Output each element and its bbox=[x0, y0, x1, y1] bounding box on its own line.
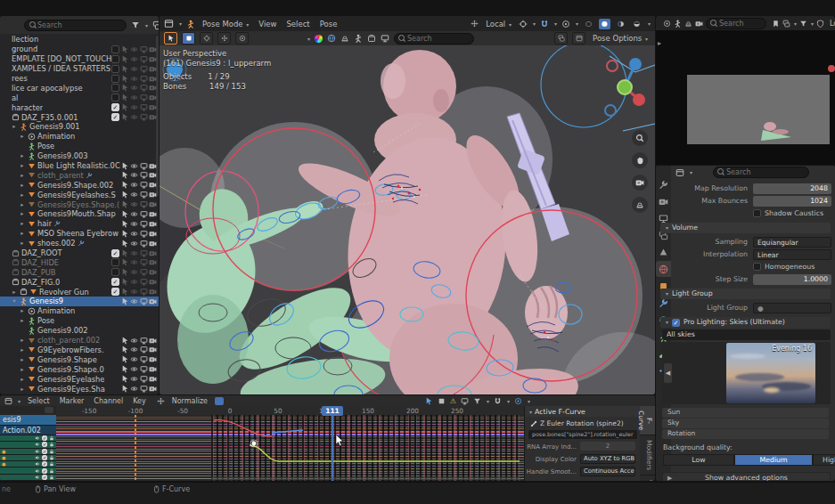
monitor-icon[interactable] bbox=[140, 171, 148, 179]
disclosure-icon[interactable]: ▸ bbox=[11, 123, 18, 130]
monitor-icon[interactable] bbox=[140, 84, 148, 92]
monitor-icon[interactable] bbox=[140, 355, 148, 363]
lock-icon[interactable] bbox=[49, 442, 54, 447]
disclosure-icon[interactable]: ▸ bbox=[19, 210, 26, 217]
collection-checkbox[interactable] bbox=[111, 93, 119, 102]
quality-low-button[interactable]: Low bbox=[663, 454, 734, 466]
eye-icon[interactable] bbox=[130, 385, 138, 393]
camera-icon[interactable] bbox=[149, 365, 157, 373]
monitor-icon[interactable] bbox=[140, 65, 148, 73]
mode-dropdown[interactable]: Pose Mode ▾ bbox=[200, 20, 251, 28]
disclosure-icon[interactable]: ▸ bbox=[19, 220, 26, 227]
tool-select-box-button[interactable] bbox=[164, 32, 177, 45]
camera-icon[interactable] bbox=[149, 288, 157, 296]
pointer-icon[interactable] bbox=[121, 55, 129, 63]
eye-icon[interactable] bbox=[130, 103, 138, 111]
properties-tab-cone[interactable] bbox=[656, 244, 671, 260]
camera-icon[interactable] bbox=[149, 337, 157, 345]
eye-icon[interactable] bbox=[130, 84, 138, 92]
volume-section-header[interactable]: ▾Volume bbox=[660, 223, 831, 233]
monitor-icon[interactable] bbox=[140, 297, 148, 305]
pointer-icon[interactable] bbox=[121, 365, 129, 373]
monitor-icon[interactable] bbox=[140, 288, 148, 296]
eye-icon[interactable] bbox=[130, 249, 138, 257]
disclosure-icon[interactable]: ▸ bbox=[19, 376, 26, 383]
pointer-icon[interactable] bbox=[121, 65, 129, 73]
collection-checkbox[interactable]: ✓ bbox=[111, 113, 119, 121]
pointer-icon[interactable] bbox=[121, 220, 129, 228]
pointer-icon[interactable] bbox=[121, 103, 129, 111]
camera-icon[interactable] bbox=[149, 278, 157, 286]
display-color-dropdown[interactable]: Auto XYZ to RGB▾ bbox=[580, 454, 635, 464]
filter-caret-icon[interactable]: ▾ bbox=[811, 20, 814, 27]
monitor-icon[interactable] bbox=[140, 75, 148, 83]
outliner-row-g9eyebrowfibers[interactable]: ▸G9EyebrowFibers. bbox=[0, 345, 159, 355]
speaker-icon[interactable] bbox=[35, 475, 40, 480]
pointer-icon[interactable] bbox=[121, 171, 129, 179]
overlays-toggle-button[interactable] bbox=[572, 32, 585, 45]
snap-caret-icon[interactable]: ▾ bbox=[507, 398, 510, 404]
disclosure-icon[interactable]: ▸ bbox=[19, 152, 26, 159]
properties-tab-wrench[interactable] bbox=[656, 176, 671, 192]
proportional-caret-icon[interactable]: ▾ bbox=[528, 398, 530, 404]
camera-icon[interactable] bbox=[149, 268, 157, 276]
camera-view-button[interactable] bbox=[632, 175, 648, 191]
shadow-caustics-checkbox[interactable] bbox=[753, 209, 761, 217]
camera-icon[interactable] bbox=[149, 385, 157, 393]
outliner-row-genesis9-001[interactable]: ▸Genesis9.001 bbox=[0, 122, 159, 132]
channel-fcurve-row[interactable]: ✓ bbox=[0, 435, 56, 442]
disclosure-icon[interactable]: ▸ bbox=[19, 346, 26, 354]
channel-enable-checkbox[interactable]: ✓ bbox=[42, 449, 47, 454]
outliner-row-shoes-002[interactable]: ▸shoes.002 bbox=[0, 239, 159, 248]
tab-view[interactable]: Vi bbox=[640, 476, 655, 481]
ruler-options-icon[interactable] bbox=[45, 407, 53, 413]
lock-icon[interactable] bbox=[49, 461, 54, 467]
eye-icon[interactable] bbox=[130, 278, 138, 286]
editor-type-icon[interactable] bbox=[4, 397, 12, 405]
outliner-row-lice-car-apocalypse[interactable]: lice car apocalypse bbox=[0, 83, 159, 93]
outliner-row-animation[interactable]: ▸Animation bbox=[0, 132, 159, 142]
collection-checkbox[interactable] bbox=[111, 65, 119, 73]
snap-icon[interactable] bbox=[494, 397, 502, 405]
pointer-icon[interactable] bbox=[121, 84, 129, 92]
outliner-row-genesis9-shape-0[interactable]: ▸Genesis9.Shape.0 bbox=[0, 364, 159, 374]
sky-subpanel[interactable]: Sky bbox=[662, 419, 829, 428]
overlay-globe-icon[interactable] bbox=[327, 34, 336, 43]
overlay-monitor-icon[interactable] bbox=[381, 34, 389, 43]
homogeneous-checkbox[interactable] bbox=[753, 263, 761, 271]
collection-checkbox[interactable] bbox=[111, 55, 119, 63]
eye-icon[interactable] bbox=[130, 355, 138, 363]
interpolation-dropdown[interactable]: Linear bbox=[753, 249, 831, 260]
cursor-tool-icon[interactable] bbox=[425, 397, 433, 405]
pointer-icon[interactable] bbox=[121, 240, 129, 248]
channel-enable-checkbox[interactable]: ✓ bbox=[42, 442, 47, 447]
outliner-row-genesis9eyes-sha[interactable]: ▸Genesis9Eyes.Sha bbox=[0, 384, 159, 394]
handle-smoothing-dropdown[interactable]: Continuous Accele...▾ bbox=[580, 467, 635, 476]
tool-tweak-button[interactable] bbox=[182, 32, 195, 45]
shading-icon[interactable] bbox=[663, 20, 671, 28]
eye-icon[interactable] bbox=[130, 345, 138, 354]
camera-icon[interactable] bbox=[149, 200, 157, 208]
channel-fcurve-row[interactable]: ✓ bbox=[0, 442, 56, 448]
monitor-icon[interactable] bbox=[140, 45, 148, 53]
pan-view-button[interactable] bbox=[632, 152, 648, 168]
xray-toggle-button[interactable] bbox=[554, 32, 568, 45]
outliner-row-daz-root[interactable]: DAZ_ROOT✓ bbox=[0, 248, 159, 258]
sampling-dropdown[interactable]: Equiangular bbox=[753, 237, 831, 248]
tool-cursor-button[interactable] bbox=[200, 32, 213, 45]
editor-type-icon[interactable] bbox=[675, 168, 684, 177]
outliner-row-hair[interactable]: ▸hair bbox=[0, 219, 159, 229]
outliner-row-daz-fig-0[interactable]: DAZ_FIG.0✓ bbox=[0, 277, 159, 287]
eye-icon[interactable] bbox=[130, 93, 138, 102]
monitor-icon[interactable] bbox=[140, 365, 148, 373]
lock-icon[interactable] bbox=[49, 475, 54, 480]
graph-curve-area[interactable] bbox=[56, 415, 524, 481]
bookmark-icon[interactable] bbox=[772, 20, 780, 28]
monitor-icon[interactable] bbox=[140, 345, 148, 354]
eye-icon[interactable] bbox=[130, 200, 138, 208]
pointer-icon[interactable] bbox=[121, 297, 129, 305]
normalize-icon[interactable] bbox=[157, 397, 165, 405]
monitor-icon[interactable] bbox=[140, 103, 148, 111]
disclosure-icon[interactable]: ▸ bbox=[19, 386, 26, 393]
viewport-search-input[interactable] bbox=[394, 33, 474, 45]
